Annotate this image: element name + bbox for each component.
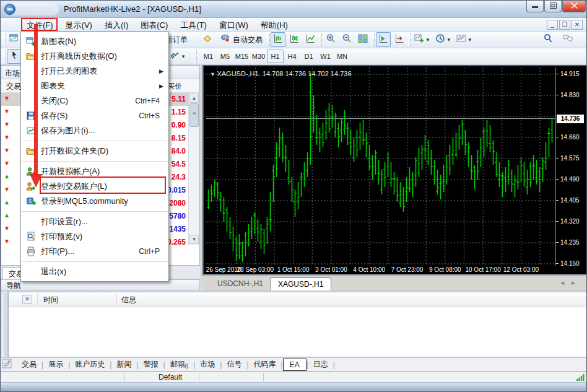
file-menu-item[interactable]: 5登录到MQL5.community — [21, 194, 168, 209]
depth-of-market-button[interactable] — [200, 32, 215, 47]
file-menu-item[interactable]: 保存为图片(i)... — [21, 123, 168, 138]
bid-price: 1435 — [169, 225, 186, 233]
indicator-sort-button[interactable]: ▼ — [168, 49, 188, 64]
info-column-header[interactable]: 信息 — [121, 295, 136, 305]
price-tick-label: 14.830 — [560, 92, 585, 98]
bid-price: 0.015 — [167, 186, 186, 194]
mdi-close-button[interactable]: ✕ — [572, 20, 583, 30]
terminal-tab-9[interactable]: 代码库 — [249, 358, 281, 371]
terminal-tab-6[interactable]: 邮箱6 — [165, 358, 194, 371]
symbol-search-button[interactable] — [541, 32, 555, 47]
toolbar-separator — [408, 33, 411, 46]
title-bar[interactable]: ProfitMarketHK-Live2 - [XAGUSD-,H1] — [1, 1, 587, 18]
chart-tab-usdcnhh1[interactable]: USDCNH-,H1 — [210, 277, 271, 290]
menubar-item-1[interactable]: 显示(V) — [59, 18, 98, 32]
file-menu-item[interactable]: 打印(P)...Ctrl+P — [21, 244, 168, 259]
terminal-tab-1[interactable]: 交易 — [17, 358, 41, 371]
zoom-out-button[interactable] — [339, 32, 354, 47]
indicators-button[interactable]: ▼ — [412, 32, 432, 47]
chart-tab-xagusdh1[interactable]: XAGUSD-,H1 — [270, 277, 331, 290]
terminal-tab-11[interactable]: 日志 — [308, 358, 333, 371]
menubar-item-3[interactable]: 图表(C) — [134, 18, 174, 32]
file-menu-item[interactable]: 退出(x) — [21, 264, 168, 279]
menubar-item-2[interactable]: 插入(I) — [98, 18, 134, 32]
file-menu-item[interactable]: 新图表(N) — [21, 34, 168, 49]
bid-column-header[interactable]: 买价 — [167, 81, 182, 92]
scroll-right-icon: ► — [570, 279, 581, 286]
file-menu-item[interactable]: 打印设置(r)... — [21, 214, 168, 229]
scroll-left-icon: ◄ — [559, 279, 570, 286]
file-menu-item[interactable]: 打开离线历史数据(O) — [21, 49, 168, 64]
file-menu-item[interactable]: 保存(S)Ctrl+S — [21, 108, 168, 123]
statusbar-divider — [124, 373, 125, 381]
terminal-tab-7[interactable]: 市场 — [195, 358, 220, 371]
line-chart-button[interactable] — [303, 32, 318, 47]
price-tick-label: 14.575 — [560, 155, 585, 162]
mdi-minimize-button[interactable]: _ — [547, 20, 558, 30]
periods-button[interactable]: ▼ — [433, 32, 453, 47]
timeframe-group: M1M5M15M30H1H4D1W1MN — [200, 50, 350, 63]
file-menu-item[interactable]: 打开数据文件夹(D) — [21, 144, 168, 159]
scroll-up-button[interactable]: ▲ — [189, 94, 199, 103]
price-chart-canvas[interactable] — [206, 68, 555, 266]
price-axis[interactable]: 14.91514.83014.66014.57514.49014.40514.3… — [555, 68, 585, 266]
terminal-tab-8[interactable]: 信号 — [222, 358, 246, 371]
terminal-tab-10[interactable]: EA — [283, 359, 307, 371]
community-chat-button[interactable] — [560, 32, 575, 47]
candlesticks-button[interactable] — [287, 32, 302, 47]
shift-chart-button[interactable] — [376, 32, 391, 47]
timeframe-h1-button[interactable]: H1 — [267, 50, 284, 63]
terminal-tab-5[interactable]: 警报 — [139, 358, 163, 371]
file-menu-item[interactable]: 打印预览(v) — [21, 229, 168, 244]
toolbar-grip[interactable] — [3, 33, 6, 46]
minimize-button[interactable] — [526, 1, 544, 12]
terminal-tab-3[interactable]: 账户历史 — [70, 358, 110, 371]
templates-button[interactable]: ▼ — [454, 32, 474, 47]
restore-button[interactable] — [544, 1, 562, 12]
price-tick-label: 14.235 — [560, 239, 585, 246]
journal-spin-icon — [2, 359, 12, 370]
scroll-down-button[interactable]: ▼ — [189, 235, 199, 244]
timeframe-h4-button[interactable]: H4 — [284, 50, 300, 63]
bar-chart-button[interactable] — [271, 32, 285, 47]
menubar-item-4[interactable]: 工具(T) — [174, 18, 213, 32]
market-watch-scrollbar[interactable]: ▲ ▼ — [188, 93, 199, 245]
profile-name[interactable]: Default — [159, 373, 182, 381]
close-button[interactable] — [562, 1, 586, 12]
time-tick-label: 4 Oct 10:00 — [353, 266, 385, 273]
terminal-tab-2[interactable]: 展示 — [43, 358, 68, 371]
app-logo-icon — [4, 4, 15, 15]
autotrading-button[interactable]: 自动交易 — [219, 32, 264, 47]
time-column-header[interactable]: 时间 — [43, 295, 58, 305]
timeframe-m1-button[interactable]: M1 — [200, 50, 217, 63]
toolbar-grip[interactable] — [267, 33, 270, 46]
menu-item-label: 图表夹 — [41, 81, 65, 92]
price-tick-label: 14.405 — [560, 197, 585, 204]
terminal-close-button[interactable]: ✕ — [22, 295, 32, 304]
menubar-item-5[interactable]: 窗口(W) — [213, 18, 254, 32]
open-folder-icon — [21, 51, 41, 61]
profile-window-button[interactable] — [7, 32, 22, 47]
file-menu-item[interactable]: 关闭(C)Ctrl+F4 — [21, 94, 168, 108]
toolbar-grip[interactable] — [3, 50, 6, 63]
timeframe-mn-button[interactable]: MN — [334, 50, 350, 63]
mdi-restore-button[interactable]: ❐ — [559, 20, 570, 30]
timeframe-m15-button[interactable]: M15 — [233, 50, 250, 63]
shift-end-button[interactable] — [392, 32, 407, 47]
file-menu-item[interactable]: 图表夹▶ — [21, 79, 168, 94]
cursor-button[interactable] — [7, 49, 22, 64]
menubar-item-6[interactable]: 帮助(H) — [254, 18, 294, 32]
scrollbar-thumb[interactable] — [189, 103, 199, 127]
timeframe-d1-button[interactable]: D1 — [300, 50, 317, 63]
tile-windows-button[interactable] — [355, 32, 370, 47]
toolbar-grip[interactable] — [194, 50, 197, 63]
tick-down-icon: ▼ — [4, 225, 10, 232]
file-menu-item[interactable]: 打开已关闭图表▶ — [21, 64, 168, 79]
timeframe-w1-button[interactable]: W1 — [317, 50, 334, 63]
time-axis[interactable]: 26 Sep 201828 Sep 03:001 Oct 15:003 Oct … — [206, 266, 585, 274]
zoom-in-button[interactable] — [323, 32, 338, 47]
terminal-tab-4[interactable]: 新闻 — [111, 358, 136, 371]
timeframe-m5-button[interactable]: M5 — [217, 50, 233, 63]
tab-scroll-arrows[interactable]: ◄► — [559, 279, 581, 286]
timeframe-m30-button[interactable]: M30 — [250, 50, 267, 63]
